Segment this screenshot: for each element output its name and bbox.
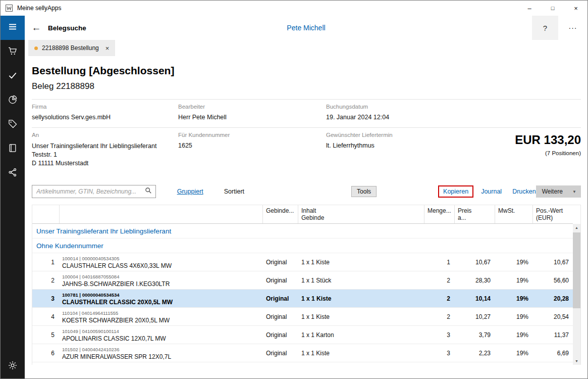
table-row[interactable]: 2 100004 | 04016887055084 JAHNS-B.SCHWAR… <box>32 271 573 290</box>
wert-cell: 20,54 <box>532 313 573 320</box>
table-row[interactable]: 5 101049 | 04100590100114 APOLLINARIS CL… <box>32 326 573 344</box>
article-cell: 101502 | 04004042410236 AZUR MINERALWASS… <box>59 344 262 362</box>
field-label: Für Kundennummer <box>178 132 326 138</box>
document-title: Bestellung [Abgeschlossen] <box>32 65 581 77</box>
scroll-down-icon[interactable]: ▼ <box>573 357 580 365</box>
scrollbar-thumb[interactable] <box>573 232 580 308</box>
shopping-cart-icon <box>8 46 18 58</box>
col-inhalt-gebinde[interactable]: Inhalt Gebinde <box>298 205 424 223</box>
row-number: 5 <box>32 331 59 339</box>
preis-cell: 10,67 <box>454 259 495 266</box>
group-row-kundennummer[interactable]: Ohne Kundennummer <box>32 239 573 253</box>
share-network-icon <box>8 167 18 179</box>
drucken-button[interactable]: Drucken <box>512 188 536 195</box>
table-body: Unser Trainingslieferant Ihr Lieblingsli… <box>32 224 573 365</box>
search-icon[interactable] <box>145 187 152 196</box>
col-pos-wert[interactable]: Pos.-Wert (EUR) <box>532 205 573 223</box>
close-button[interactable]: × <box>564 1 587 16</box>
article-code: 100004 | 04016887055084 <box>62 273 262 280</box>
col-menge[interactable]: Menge... <box>424 205 454 223</box>
gruppiert-toggle[interactable]: Gruppiert <box>177 188 203 195</box>
article-cell: 100781 | 00000040534534 CLAUSTHALER CLAS… <box>59 290 262 307</box>
field-bearbeiter: Bearbeiter Herr Pete Michell <box>178 104 326 121</box>
help-button[interactable]: ? <box>532 16 558 40</box>
article-cell: 100014 | 00000040534305 CLAUSTHALER CLAS… <box>59 253 262 271</box>
wert-cell: 56,60 <box>532 277 573 284</box>
table-row[interactable]: 1 100014 | 00000040534305 CLAUSTHALER CL… <box>32 253 573 271</box>
field-label: An <box>32 132 178 138</box>
field-liefertermin: Gewünschter Liefertermin lt. Lieferrhyth… <box>326 132 515 168</box>
wert-cell: 11,37 <box>532 331 573 339</box>
more-options-button[interactable]: ··· <box>558 16 587 40</box>
maximize-button[interactable]: □ <box>541 1 564 16</box>
article-name: KOESTR SCHWARZBIER 20X0,5L MW <box>62 317 262 324</box>
mwst-cell: 19% <box>495 331 532 339</box>
tab-close-icon[interactable]: × <box>105 44 110 52</box>
inhalt-cell: 1 x 1 Kiste <box>298 259 424 266</box>
journal-book-icon <box>8 143 18 155</box>
preis-cell: 10,14 <box>454 295 495 302</box>
tab-bestellung[interactable]: 22188898 Bestellung × <box>28 40 115 56</box>
article-code: 101049 | 04100590100114 <box>62 328 262 335</box>
sortiert-toggle[interactable]: Sortiert <box>224 188 244 195</box>
tools-button[interactable]: Tools <box>351 186 377 197</box>
field-an: An Unser Trainingslieferant Ihr Liebling… <box>32 132 178 168</box>
sidebar-item-cart[interactable] <box>1 40 25 64</box>
article-name: CLAUSTHALER CLASSIC 20X0,5L MW <box>62 299 262 306</box>
journal-button[interactable]: Journal <box>481 188 502 195</box>
user-name[interactable]: Pete Michell <box>287 24 325 32</box>
search-input[interactable] <box>32 188 145 195</box>
field-label: Gewünschter Liefertermin <box>326 132 515 138</box>
col-preis[interactable]: Preis a... <box>454 205 495 223</box>
weitere-label: Weitere <box>542 188 563 195</box>
article-cell: 101049 | 04100590100114 APOLLINARIS CLAS… <box>59 326 262 344</box>
article-code: 101502 | 04004042410236 <box>62 346 262 353</box>
col-mwst[interactable]: MwSt. <box>495 205 532 223</box>
back-button[interactable]: ← <box>25 22 48 33</box>
tab-bar: 22188898 Bestellung × <box>25 40 587 56</box>
row-number: 2 <box>32 277 59 284</box>
sidebar-item-journal[interactable] <box>1 137 25 161</box>
group-row-supplier[interactable]: Unser Trainingslieferant Ihr Lieblingsli… <box>32 224 573 239</box>
page-title: Belegsuche <box>48 24 86 32</box>
settings-gear-icon <box>8 360 18 372</box>
sidebar-item-statistics[interactable] <box>1 88 25 113</box>
menge-cell: 1 <box>424 259 454 266</box>
preis-cell: 3,79 <box>454 331 495 339</box>
gebinde-cell: Original <box>262 295 298 302</box>
table-scrollbar[interactable]: ▲ ▼ <box>573 224 580 365</box>
menge-cell: 3 <box>424 350 454 357</box>
menge-cell: 2 <box>424 313 454 320</box>
col-gebinde[interactable]: Gebinde... <box>262 205 298 223</box>
hamburger-menu-button[interactable] <box>1 16 25 40</box>
scroll-up-icon[interactable]: ▲ <box>573 224 580 231</box>
row-number: 4 <box>32 313 59 320</box>
sidebar-item-articles[interactable] <box>1 113 25 137</box>
weitere-dropdown[interactable]: Weitere ▼ <box>536 185 581 198</box>
scrollbar-track[interactable] <box>573 231 580 357</box>
article-name: JAHNS-B.SCHWARZBIER I.KEG30LTR <box>62 281 262 288</box>
pie-chart-icon <box>8 94 18 107</box>
table-row-selected[interactable]: 3 100781 | 00000040534534 CLAUSTHALER CL… <box>32 290 573 308</box>
kopieren-button[interactable]: Kopieren <box>438 185 473 198</box>
sidebar-item-tasks[interactable] <box>1 64 25 88</box>
sidebar-item-settings[interactable] <box>1 354 25 378</box>
field-label: Buchungsdatum <box>326 104 581 110</box>
content-area: Bestellung [Abgeschlossen] Beleg 2218889… <box>25 56 587 378</box>
col-article <box>59 205 262 223</box>
row-number: 3 <box>32 295 59 302</box>
sidebar-item-share[interactable] <box>1 161 25 185</box>
article-code: 100781 | 00000040534534 <box>62 292 262 298</box>
mwst-cell: 19% <box>495 295 532 302</box>
inhalt-cell: 1 x 1 Kiste <box>298 295 424 302</box>
toolbar: Gruppiert Sortiert Tools Kopieren Journa… <box>32 185 581 198</box>
recipient-address: Unser Trainingslieferant Ihr Lieblingsli… <box>32 142 178 168</box>
field-firma: Firma sellysolutions Serv.ges.mbH <box>32 104 178 121</box>
search-box[interactable] <box>32 185 156 198</box>
table-row[interactable]: 4 110104 | 04014964111555 KOESTR SCHWARZ… <box>32 308 573 326</box>
minimize-button[interactable]: – <box>518 1 541 16</box>
inhalt-cell: 1 x 1 Stück <box>298 277 424 284</box>
table-row[interactable]: 6 101502 | 04004042410236 AZUR MINERALWA… <box>32 344 573 362</box>
preis-cell: 2,23 <box>454 350 495 357</box>
info-section: Firma sellysolutions Serv.ges.mbH Bearbe… <box>32 99 581 172</box>
